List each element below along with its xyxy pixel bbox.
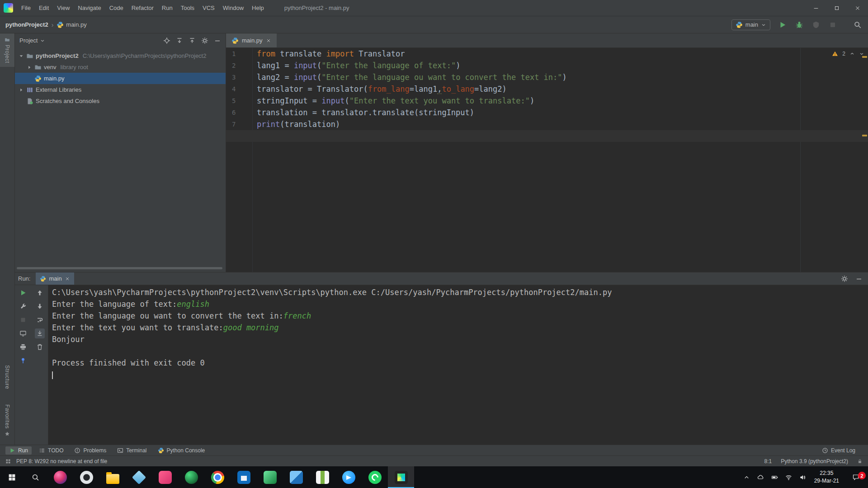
current-line-highlight[interactable]: [226, 130, 868, 142]
run-with-coverage-button[interactable]: [811, 20, 821, 30]
tool-window-switcher-icon[interactable]: [5, 459, 11, 464]
volume-tray-button[interactable]: [796, 466, 810, 488]
menu-navigate[interactable]: Navigate: [74, 0, 105, 16]
hide-icon[interactable]: [214, 37, 221, 44]
stripe-favorites-button[interactable]: Favorites: [0, 401, 14, 440]
menu-refactor[interactable]: Refactor: [127, 0, 158, 16]
file-explorer-taskbar-button[interactable]: [99, 466, 126, 488]
code-line[interactable]: 4translator = Translator(from_lang=lang1…: [226, 83, 868, 95]
close-tab-icon[interactable]: [266, 38, 271, 43]
tree-item-external-libraries[interactable]: External Libraries: [15, 84, 226, 95]
stripe-structure-button[interactable]: Structure: [0, 361, 14, 393]
stop-button[interactable]: [828, 20, 838, 30]
menu-edit[interactable]: Edit: [35, 0, 53, 16]
console-caret-line[interactable]: [52, 369, 868, 380]
search-everywhere-button[interactable]: [853, 20, 863, 30]
line-number[interactable]: 7: [226, 118, 252, 130]
browser-app-taskbar-button[interactable]: [47, 466, 73, 488]
menu-tools[interactable]: Tools: [177, 0, 198, 16]
menu-code[interactable]: Code: [105, 0, 127, 16]
project-panel-title[interactable]: Project: [19, 37, 38, 44]
tool-tab-terminal[interactable]: Terminal: [113, 446, 150, 455]
prev-trace-button[interactable]: [35, 288, 45, 298]
pycharm-taskbar-button[interactable]: [388, 466, 414, 488]
green-app-taskbar-button[interactable]: [257, 466, 283, 488]
start-taskbar-button[interactable]: [0, 466, 24, 488]
project-horizontal-scrollbar[interactable]: [17, 267, 222, 269]
chevron-down-icon[interactable]: [40, 38, 45, 43]
line-number[interactable]: 6: [226, 107, 252, 118]
tool-tab-todo[interactable]: TODO: [35, 446, 67, 455]
messenger-app-taskbar-button[interactable]: [335, 466, 362, 488]
scrollbar-warning-mark[interactable]: [862, 56, 867, 58]
project-tree[interactable]: pythonProject2C:\Users\yash\PycharmProje…: [15, 48, 226, 107]
line-number[interactable]: 1: [226, 48, 252, 60]
whatsapp-taskbar-button[interactable]: [362, 466, 388, 488]
scrollbar-warning-mark[interactable]: [862, 135, 867, 136]
green-circle-app-taskbar-button[interactable]: [178, 466, 204, 488]
pin-tab-button[interactable]: [18, 356, 28, 366]
code-line[interactable]: 6translation = translator.translate(stri…: [226, 107, 868, 118]
inspection-widget[interactable]: 2: [832, 51, 864, 57]
menu-window[interactable]: Window: [219, 0, 248, 16]
tree-item-scratches-and-consoles[interactable]: Scratches and Consoles: [15, 95, 226, 107]
code-area[interactable]: 2 1from translate import Translator2lang…: [226, 48, 868, 272]
menu-vcs[interactable]: VCS: [198, 0, 219, 16]
taskbar-clock[interactable]: 22:35 29-Mar-21: [810, 469, 844, 485]
soft-wrap-button[interactable]: [35, 315, 45, 325]
tree-arrow-right-icon[interactable]: [19, 87, 24, 93]
run-configuration-selector[interactable]: main: [731, 19, 770, 30]
battery-tray-button[interactable]: [768, 466, 782, 488]
stripe-project-button[interactable]: Project: [0, 33, 14, 67]
tool-tab-event-log[interactable]: Event Log: [818, 446, 859, 455]
minimize-button[interactable]: [806, 0, 826, 16]
code-line[interactable]: 7print(translation): [226, 118, 868, 130]
editor-tab-mainpy[interactable]: main.py: [226, 33, 277, 47]
show-options-button[interactable]: [18, 328, 28, 338]
run-button[interactable]: [778, 20, 788, 30]
hidden-icons-tray-button[interactable]: [740, 466, 754, 488]
notes-app-taskbar-button[interactable]: [309, 466, 335, 488]
console-output[interactable]: C:\Users\yash\PycharmProjects\pythonProj…: [48, 285, 868, 445]
expand-all-icon[interactable]: [176, 37, 183, 44]
status-message[interactable]: PEP 8: W292 no newline at end of file: [16, 458, 107, 465]
line-number[interactable]: 3: [226, 71, 252, 83]
code-line[interactable]: 5stringInput = input("Enter the text you…: [226, 95, 868, 107]
stop-button[interactable]: [18, 315, 28, 325]
network-tray-button[interactable]: [782, 466, 796, 488]
clear-console-button[interactable]: [35, 342, 45, 352]
code-line[interactable]: 3lang2 = input("Enter the language ou wa…: [226, 71, 868, 83]
menu-file[interactable]: File: [17, 0, 35, 16]
menu-view[interactable]: View: [53, 0, 74, 16]
code-line[interactable]: 2lang1 = input("Enter the language of te…: [226, 60, 868, 71]
code-line[interactable]: 1from translate import Translator: [226, 48, 868, 60]
next-trace-button[interactable]: [35, 301, 45, 311]
settings-button[interactable]: [18, 301, 28, 311]
settings-icon[interactable]: [841, 275, 848, 282]
tool-tab-python-console[interactable]: Python Console: [154, 446, 209, 455]
tree-item-main-py[interactable]: main.py: [15, 73, 226, 84]
rerun-button[interactable]: [18, 288, 28, 298]
select-opened-file-icon[interactable]: [163, 37, 170, 44]
store-app-taskbar-button[interactable]: [231, 466, 257, 488]
line-number[interactable]: 4: [226, 83, 252, 95]
tool-tab-run[interactable]: Run: [5, 446, 32, 455]
tool-tab-problems[interactable]: Problems: [71, 446, 110, 455]
breadcrumb-item-main.py[interactable]: main.py: [57, 21, 87, 28]
chrome-taskbar-button[interactable]: [204, 466, 231, 488]
print-button[interactable]: [18, 342, 28, 352]
line-number[interactable]: 5: [226, 95, 252, 107]
onedrive-tray-button[interactable]: [754, 466, 768, 488]
run-tab-main[interactable]: main: [36, 272, 74, 285]
breadcrumb-item-pythonproject2[interactable]: pythonProject2: [5, 21, 48, 28]
prev-warning-icon[interactable]: [849, 51, 855, 56]
line-number[interactable]: 2: [226, 60, 252, 71]
taskbar-search-taskbar-button[interactable]: [24, 466, 47, 488]
paint-app-taskbar-button[interactable]: [126, 466, 152, 488]
caret-position[interactable]: 8:1: [764, 458, 772, 465]
tree-arrow-right-icon[interactable]: [27, 65, 32, 70]
interpreter-selector[interactable]: Python 3.9 (pythonProject2): [781, 458, 848, 465]
collapse-all-icon[interactable]: [189, 37, 196, 44]
lock-icon[interactable]: [857, 459, 863, 464]
menu-help[interactable]: Help: [248, 0, 268, 16]
